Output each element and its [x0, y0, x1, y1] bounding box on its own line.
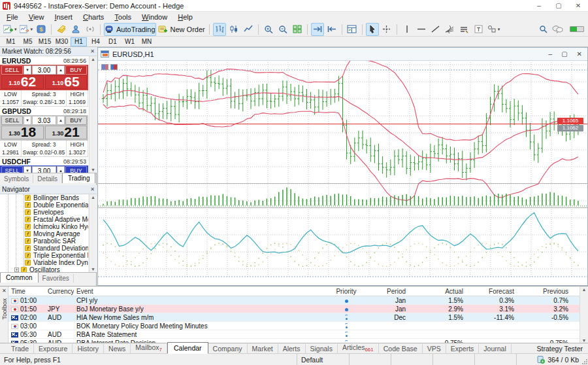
navigator-item-envelopes[interactable]: fEnvelopes [0, 209, 88, 216]
fibonacci-button[interactable] [444, 23, 457, 36]
expand-icon[interactable]: + [14, 268, 19, 272]
bars-mode-button[interactable] [213, 23, 226, 36]
ask-price[interactable]: 1.1065 [45, 75, 88, 89]
market-watch-tab-symbols[interactable]: Symbols [0, 175, 33, 183]
cursor-button[interactable] [366, 23, 379, 36]
navigator-group-oscillators[interactable]: +fOscillators [0, 266, 88, 272]
profiles-button[interactable]: ▾ [19, 23, 34, 36]
chat-icon[interactable] [551, 23, 564, 36]
navigator-item-triple-exponential-n[interactable]: fTriple Exponential N [0, 252, 88, 259]
market-watch-tab-tick[interactable]: Tick [95, 175, 96, 183]
navigator-item-variable-index-dyna[interactable]: fVariable Index Dyna [0, 259, 88, 266]
column-header-currency[interactable]: Currency [45, 288, 74, 295]
toolbox-tab-vps[interactable]: VPS [423, 344, 446, 353]
market-watch-button[interactable] [55, 23, 68, 36]
menu-view[interactable]: View [24, 12, 50, 22]
volume-dropdown[interactable]: ▼ [24, 65, 31, 75]
column-header-time[interactable]: Time [8, 288, 45, 295]
toolbox-tab-exposure[interactable]: Exposure [34, 344, 73, 353]
menu-tools[interactable]: Tools [109, 12, 137, 22]
autotrading-button[interactable]: AutoTrading [104, 23, 156, 36]
text-button[interactable]: T [472, 23, 485, 36]
minimize-button[interactable]: – [529, 0, 549, 11]
toolbox-tab-experts[interactable]: Experts [446, 344, 480, 353]
scroll-up-icon[interactable]: ▲ [91, 57, 95, 61]
column-header-event[interactable]: Event [74, 288, 326, 295]
column-header-period[interactable]: Period [367, 288, 408, 295]
timeframe-m15[interactable]: M15 [37, 37, 53, 46]
chart-shift-button[interactable] [325, 23, 338, 36]
ask-price[interactable]: 1.3021 [45, 126, 88, 139]
scroll-down-icon[interactable]: ▼ [582, 338, 587, 343]
resize-grip[interactable] [582, 359, 587, 364]
price-chart[interactable] [98, 61, 587, 285]
zoom-in-button[interactable] [262, 23, 275, 36]
menu-charts[interactable]: Charts [78, 12, 109, 22]
column-header-actual[interactable]: Actual [408, 288, 466, 295]
close-icon[interactable]: ✕ [90, 186, 95, 192]
volume-field[interactable]: 3.00 [32, 65, 56, 75]
volume-dropdown[interactable]: ▼ [24, 116, 31, 125]
zoom-out-button[interactable] [276, 23, 289, 36]
bid-price[interactable]: 1.1062 [1, 75, 44, 89]
timeframe-m1[interactable]: M1 [3, 37, 19, 46]
volume-dropdown[interactable]: ▼ [24, 166, 31, 173]
sell-button[interactable]: SELL [1, 116, 23, 125]
navigator-item-standard-deviation[interactable]: fStandard Deviation [0, 245, 88, 252]
close-button[interactable]: ✕ [568, 0, 588, 11]
market-watch-scrollbar[interactable]: ▲ ▼ [89, 56, 97, 173]
buy-button[interactable]: BUY [65, 166, 87, 173]
accounts-button[interactable] [69, 23, 82, 36]
toolbox-tab-trade[interactable]: Trade [7, 344, 34, 353]
close-icon[interactable]: ✕ [2, 288, 7, 294]
navigator-tab-favorites[interactable]: Favorites [39, 274, 74, 283]
menu-file[interactable]: File [1, 12, 24, 22]
vertical-line-button[interactable] [400, 23, 414, 36]
status-profile[interactable]: Default [297, 354, 350, 365]
navigator-item-double-exponential[interactable]: fDouble Exponential [0, 201, 88, 209]
calendar-scrollbar[interactable]: ▲ ▼ [580, 287, 588, 343]
buy-button[interactable]: BUY [65, 65, 87, 75]
toolbox-tab-signals[interactable]: Signals [306, 344, 338, 353]
timeframe-m30[interactable]: M30 [54, 37, 70, 46]
new-chart-button[interactable]: ▾ [3, 23, 18, 36]
navigator-item-bollinger-bands[interactable]: fBollinger Bands [0, 194, 88, 201]
chart-canvas[interactable]: 1.1065 1.1062 [98, 61, 587, 285]
timeframe-d1[interactable]: D1 [105, 37, 121, 46]
chart-minimize-button[interactable]: – [549, 50, 553, 58]
scroll-up-icon[interactable]: ▲ [582, 287, 587, 292]
toolbox-tab-market[interactable]: Market [248, 344, 278, 353]
volume-field[interactable]: 3.03 [32, 116, 56, 125]
scroll-down-icon[interactable]: ▼ [91, 167, 95, 172]
navigator-item-fractal-adaptive-mo[interactable]: fFractal Adaptive Mo [0, 216, 88, 223]
timeframe-w1[interactable]: W1 [122, 37, 138, 46]
calendar-row[interactable]: 01:50JPYBoJ Monetary Base y/yJan2.9%3.1%… [8, 305, 580, 313]
shapes-button[interactable]: ▾ [487, 23, 501, 36]
strategy-tester-tab[interactable]: Strategy Tester [537, 345, 583, 353]
chart-restore-button[interactable]: ▢ [561, 50, 567, 58]
autoscroll-button[interactable] [311, 23, 324, 36]
volume-field[interactable]: 3.00 [32, 166, 56, 173]
toolbox-tab-mailbox[interactable]: Mailbox7 [131, 343, 167, 353]
new-order-button[interactable]: New Order [157, 23, 206, 36]
volume-up[interactable]: ▲ [57, 166, 65, 173]
calendar-row[interactable]: 03:00BOK Monetary Policy Board Meeting M… [8, 322, 580, 330]
column-header-priority[interactable]: Priority [326, 288, 367, 295]
timeframe-mn[interactable]: MN [139, 37, 155, 46]
trendline-button[interactable] [429, 23, 442, 36]
one-click-trading-icon[interactable] [101, 64, 108, 70]
menu-help[interactable]: Help [172, 12, 198, 22]
sell-button[interactable]: SELL [1, 166, 23, 173]
line-mode-button[interactable] [242, 23, 255, 36]
chart-close-button[interactable]: ✕ [577, 50, 582, 58]
toolbox-tab-code-base[interactable]: Code Base [379, 344, 423, 353]
toolbox-tab-history[interactable]: History [73, 344, 104, 353]
history-center-button[interactable]: $ [35, 23, 48, 36]
navigator-item-parabolic-sar[interactable]: fParabolic SAR [0, 237, 88, 245]
tile-windows-button[interactable] [291, 23, 304, 36]
calendar-row[interactable]: 01:00CPI y/yJan1.5%0.3%0.7% [8, 296, 580, 305]
toolbox-tab-alerts[interactable]: Alerts [278, 344, 306, 353]
buy-button[interactable]: BUY [65, 116, 87, 125]
toolbox-tab-journal[interactable]: Journal [479, 344, 511, 353]
navigator-item-moving-average[interactable]: fMoving Average [0, 230, 88, 237]
